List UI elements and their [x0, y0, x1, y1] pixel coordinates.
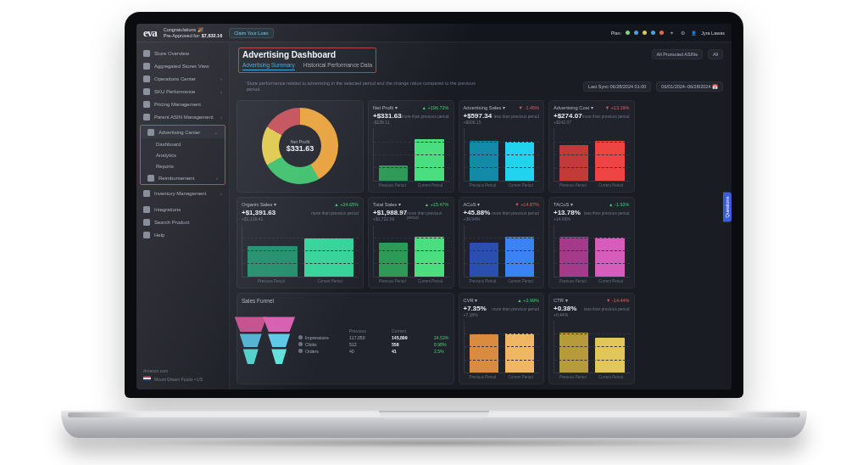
page-title: Advertising Dashboard	[242, 50, 372, 59]
filter-all[interactable]: All	[708, 49, 723, 59]
nav-pricing[interactable]: Pricing Management	[136, 98, 229, 110]
nav-aggregated[interactable]: Aggregated Stores View	[136, 59, 229, 72]
tab-historical[interactable]: Historical Performance Data	[303, 62, 372, 70]
card-note: less than previous period	[584, 211, 629, 216]
card-note: more than previous period	[492, 211, 539, 216]
metrics-grid: Net Profit$331.63 Net Profit ▾▲ +196.72%…	[230, 97, 732, 389]
card-value: +$597.34	[464, 112, 492, 120]
refund-icon	[147, 175, 154, 182]
nav-adv-dashboard[interactable]: Dashboard	[141, 138, 225, 149]
chart-icon	[143, 50, 150, 57]
asin-icon	[143, 114, 150, 120]
card-value: +0.38%	[554, 305, 576, 312]
chevron-down-icon: ⌄	[214, 129, 218, 135]
card-value: +45.88%	[464, 209, 491, 216]
sku-icon	[143, 88, 150, 95]
nav-integrations[interactable]: Integrations	[136, 203, 229, 216]
card-bar-chart	[554, 321, 630, 373]
tag-icon	[143, 101, 150, 108]
card-bar-chart	[242, 225, 359, 277]
bar-label-cur: Current Period	[418, 183, 442, 188]
preapproved: Pre-Approved for: $7,832.16	[164, 33, 222, 39]
main: Advertising Dashboard Advertising Summar…	[230, 42, 732, 389]
card-note: more than previous period	[492, 307, 539, 311]
card-prev: -$139.11	[373, 120, 402, 125]
status-dot	[651, 31, 655, 35]
date-range-picker[interactable]: 06/01/2024–06/28/2024 📅	[656, 81, 723, 92]
gear-icon[interactable]: ⚙	[679, 30, 686, 36]
tab-summary[interactable]: Advertising Summary	[242, 62, 295, 70]
bar-label-prev: Previous Period	[559, 279, 587, 283]
bar-label-cur: Current Period	[418, 279, 442, 283]
card-prev: +$242.07	[554, 120, 582, 125]
bar-label-prev: Previous Period	[470, 375, 497, 379]
bar-label-prev: Previous Period	[258, 279, 285, 283]
chevron-right-icon: ›	[220, 89, 222, 94]
store-selector[interactable]: Mount Dream Foods • US	[143, 376, 222, 382]
status-dot	[659, 31, 664, 35]
brand-logo[interactable]: eva	[143, 26, 157, 40]
chevron-right-icon: ›	[220, 76, 222, 81]
bar-label-cur: Current Period	[598, 375, 623, 379]
card-bar-chart	[464, 128, 540, 181]
chevron-right-icon: ›	[220, 191, 222, 196]
card-note: more than previous period	[582, 115, 630, 119]
congrats-text: Congratulations 🎉	[164, 27, 222, 33]
card-prev: +$1,116.41	[242, 216, 275, 221]
card-value: +$331.63	[373, 112, 402, 120]
card-prev: +$1,722.56	[373, 216, 407, 221]
ops-icon	[143, 76, 150, 82]
nav-search-product[interactable]: Search Product	[136, 216, 229, 228]
bar-label-cur: Current Period	[509, 183, 533, 188]
nav-store-overview[interactable]: Store Overview	[136, 47, 229, 59]
nav-reimbursement[interactable]: Reimbursement›	[141, 171, 225, 184]
card-organic-sales: Organic Sales ▾▲ +24.65%+$1,391.63+$1,11…	[236, 197, 364, 289]
card-adv-sales: Advertising Sales ▾▼ -1.45%+$597.34+$606…	[459, 100, 545, 192]
card-prev: +$606.15	[464, 120, 492, 125]
nav-parent-asin[interactable]: Parent ASIN Management›	[136, 110, 229, 123]
card-note: more than previous period	[407, 211, 448, 220]
bar-label-cur: Current Period	[598, 279, 623, 283]
last-sync: Last Sync 06/28/2024 01:00	[583, 81, 652, 92]
card-acos: ACoS ▾▼ +14.87%+45.88%+39.94%more than p…	[459, 197, 545, 289]
card-value: +$274.07	[554, 112, 582, 120]
card-bar-chart	[464, 321, 540, 373]
donut-chart: Net Profit$331.63	[262, 108, 338, 184]
card-total-sales: Total Sales ▾▲ +15.47%+$1,988.97+$1,722.…	[368, 197, 454, 289]
bar-label-cur: Current Period	[509, 375, 533, 379]
card-bar-chart	[554, 128, 630, 181]
chevron-right-icon: ›	[220, 115, 222, 120]
nav-advertising-center[interactable]: Advertising Center⌄	[141, 126, 225, 138]
nav-adv-reports[interactable]: Reports	[141, 160, 225, 171]
nav-operations[interactable]: Operations Center›	[136, 72, 229, 85]
nav-help[interactable]: Help	[136, 228, 229, 241]
status-dot	[634, 31, 638, 35]
card-cvr: CVR ▾▲ +2.99%+7.35%+7.18%more than previ…	[459, 293, 545, 384]
nav-inventory[interactable]: Inventory Management›	[136, 187, 229, 199]
megaphone-icon	[147, 129, 154, 136]
questions-tab[interactable]: Questions	[723, 192, 732, 221]
card-bar-chart	[373, 128, 449, 181]
nav-adv-analytics[interactable]: Analytics	[141, 149, 225, 160]
card-tacos: TACoS ▾▲ -1.92%+13.78%+14.09%less than p…	[548, 197, 635, 289]
card-value: +7.35%	[464, 305, 487, 312]
nav-sku[interactable]: SKU Performance›	[136, 85, 229, 98]
funnel-row-clicks: Clicks5125588.98%	[298, 341, 449, 348]
status-dot	[643, 31, 647, 35]
card-value: +13.78%	[554, 209, 581, 216]
funnel-row-orders: Orders40412.5%	[298, 348, 449, 355]
bar-label-cur: Current Period	[598, 183, 623, 188]
card-note: more than previous period	[402, 115, 449, 119]
avatar[interactable]: 👤	[690, 30, 697, 36]
help-icon	[143, 232, 150, 238]
user-name[interactable]: Jyra Lawas	[701, 31, 725, 36]
filter-asins[interactable]: All Promoted ASINs	[652, 49, 703, 59]
card-adv-cost: Advertising Cost ▾▼ +13.19%+$274.07+$242…	[548, 100, 635, 192]
claim-loan-button[interactable]: Claim Your Loan	[229, 28, 273, 38]
card-bar-chart	[373, 225, 449, 277]
sidebar-domain: Amazon.com	[143, 368, 222, 373]
notifications-icon[interactable]: ✦	[668, 30, 675, 36]
flag-us-icon	[143, 376, 151, 381]
sidebar: Store Overview Aggregated Stores View Op…	[136, 42, 230, 389]
card-prev: +39.94%	[464, 216, 491, 221]
